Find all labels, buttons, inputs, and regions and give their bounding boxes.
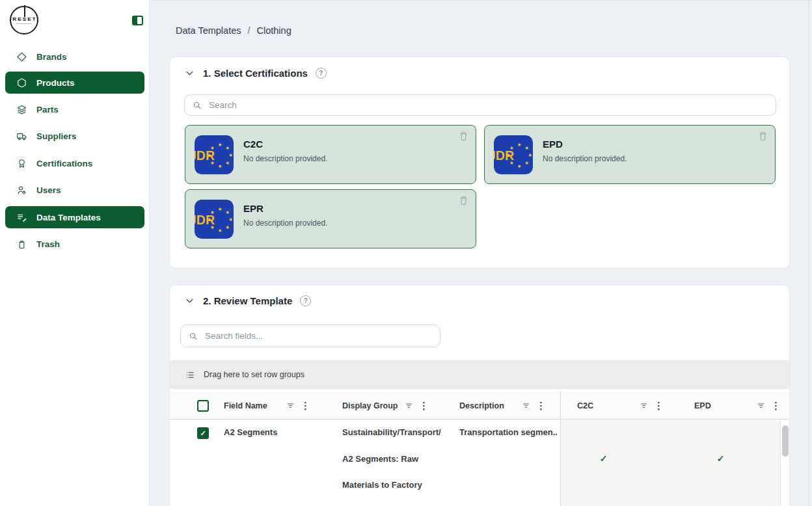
trash-icon xyxy=(16,239,27,250)
sidebar-item-label: Certifications xyxy=(36,159,92,168)
section1-header: 1. Select Certifications ? xyxy=(184,66,327,80)
sidebar-item-parts[interactable]: Parts xyxy=(5,98,144,120)
section1-title: 1. Select Certifications xyxy=(203,68,308,79)
sidebar-item-label: Trash xyxy=(36,239,60,249)
certifications-search xyxy=(184,94,776,116)
list-pencil-icon xyxy=(16,212,27,223)
chevron-down-icon[interactable] xyxy=(184,295,195,306)
certification-description: No description provided. xyxy=(243,154,327,163)
sidebar: RESET Brands Products Parts Suppliers Ce… xyxy=(0,0,150,506)
page-scrollbar-gutter[interactable] xyxy=(809,1,812,506)
app-root: RESET Brands Products Parts Suppliers Ce… xyxy=(0,0,812,506)
certification-title: EPD xyxy=(543,139,627,150)
chevron-down-icon[interactable] xyxy=(184,68,195,79)
column-menu-icon[interactable]: ⋮ xyxy=(536,401,546,410)
filter-icon[interactable] xyxy=(405,401,413,410)
filter-icon[interactable] xyxy=(522,401,530,410)
table-body: ✓ A2 Segments Sustainability/Transport/ … xyxy=(170,419,789,506)
sidebar-item-label: Parts xyxy=(36,105,59,114)
cell-display-group: Sustainability/Transport/ A2 Segments: R… xyxy=(342,419,456,499)
sidebar-item-products[interactable]: Products xyxy=(5,72,144,94)
logo-tagline xyxy=(16,23,32,25)
certifications-search-input[interactable] xyxy=(208,100,768,111)
cell-c2c-check: ✓ xyxy=(560,453,647,464)
certification-title: EPR xyxy=(243,203,327,214)
column-header-field-name[interactable]: Field Name ⋮ xyxy=(224,392,310,419)
sidebar-item-users[interactable]: Users xyxy=(5,179,144,201)
sidebar-item-data-templates[interactable]: Data Templates xyxy=(5,206,144,228)
certification-card-epd: EPD No description provided. xyxy=(484,125,776,184)
layers-icon xyxy=(16,104,27,115)
column-menu-icon[interactable]: ⋮ xyxy=(771,401,781,410)
vertical-scrollbar[interactable] xyxy=(780,419,790,506)
breadcrumb-parent[interactable]: Data Templates xyxy=(176,25,241,36)
cell-epd-check: ✓ xyxy=(677,453,764,464)
certification-title: C2C xyxy=(243,139,327,150)
fields-search xyxy=(180,325,440,347)
certification-card-epr: EPR No description provided. xyxy=(185,189,476,248)
review-template-section: 2. Review Template ? Drag here to set ro… xyxy=(169,284,790,506)
filter-icon[interactable] xyxy=(757,401,765,410)
search-icon xyxy=(193,101,202,110)
column-header-c2c[interactable]: C2C ⋮ xyxy=(577,392,664,419)
main-content: Data Templates/Clothing 1. Select Certif… xyxy=(150,0,812,506)
truck-icon xyxy=(16,131,27,142)
filter-icon[interactable] xyxy=(640,401,648,410)
table-header: Field Name ⋮ Display Group ⋮ Description… xyxy=(170,392,789,419)
column-header-epd[interactable]: EPD ⋮ xyxy=(694,392,781,419)
user-gear-icon xyxy=(16,185,27,196)
search-icon xyxy=(189,332,198,341)
eu-flag-badge-icon xyxy=(195,200,234,239)
column-header-display-group[interactable]: Display Group ⋮ xyxy=(342,392,429,419)
row-group-hint: Drag here to set row groups xyxy=(204,370,304,379)
certification-card-c2c: C2C No description provided. xyxy=(185,125,476,184)
select-all-checkbox[interactable] xyxy=(197,400,209,412)
select-certifications-section: 1. Select Certifications ? C2C No descri… xyxy=(169,57,790,269)
award-ribbon-icon xyxy=(16,158,27,169)
sidebar-item-certifications[interactable]: Certifications xyxy=(5,152,144,174)
column-menu-icon[interactable]: ⋮ xyxy=(654,401,664,410)
column-group-separator xyxy=(560,392,561,506)
vertical-scrollbar-thumb[interactable] xyxy=(782,425,789,457)
app-logo[interactable]: RESET xyxy=(10,6,38,34)
hexagon-icon xyxy=(16,77,27,88)
fields-search-input[interactable] xyxy=(204,330,432,341)
sidebar-item-label: Data Templates xyxy=(36,213,101,222)
sidebar-collapse-icon[interactable] xyxy=(132,16,143,25)
sidebar-item-label: Users xyxy=(36,185,61,195)
eu-flag-badge-icon xyxy=(195,135,234,174)
help-icon[interactable]: ? xyxy=(316,68,327,79)
sidebar-item-label: Products xyxy=(36,78,75,88)
certification-description: No description provided. xyxy=(243,219,327,228)
filter-icon[interactable] xyxy=(286,401,295,410)
breadcrumb: Data Templates/Clothing xyxy=(176,25,291,36)
delete-certification-icon[interactable] xyxy=(458,131,469,142)
delete-certification-icon[interactable] xyxy=(757,131,768,142)
eu-flag-badge-icon xyxy=(494,135,533,174)
sidebar-item-trash[interactable]: Trash xyxy=(5,233,144,255)
breadcrumb-current: Clothing xyxy=(257,25,291,36)
certification-description: No description provided. xyxy=(543,154,627,163)
sidebar-item-brands[interactable]: Brands xyxy=(5,46,144,68)
section2-title: 2. Review Template xyxy=(203,295,292,306)
section2-header: 2. Review Template ? xyxy=(184,293,311,308)
row-group-icon xyxy=(185,370,195,380)
certification-cards: C2C No description provided. EPD No desc… xyxy=(185,125,776,248)
diamond-icon xyxy=(16,51,27,62)
delete-certification-icon[interactable] xyxy=(458,195,469,206)
sidebar-item-label: Brands xyxy=(36,52,67,62)
column-menu-icon[interactable]: ⋮ xyxy=(301,401,310,410)
column-menu-icon[interactable]: ⋮ xyxy=(419,401,429,410)
cell-field-name: A2 Segments xyxy=(224,427,277,437)
row-group-drop-zone[interactable]: Drag here to set row groups xyxy=(170,360,789,389)
sidebar-item-suppliers[interactable]: Suppliers xyxy=(5,125,144,147)
help-icon[interactable]: ? xyxy=(300,295,311,306)
column-header-description[interactable]: Description ⋮ xyxy=(459,392,546,419)
logo-needle xyxy=(24,5,25,17)
sidebar-item-label: Suppliers xyxy=(36,131,77,141)
cell-description: Transportation segmen... xyxy=(459,427,557,437)
row-checkbox[interactable]: ✓ xyxy=(197,427,209,439)
logo-text: RESET xyxy=(12,16,37,22)
breadcrumb-separator: / xyxy=(247,25,250,36)
